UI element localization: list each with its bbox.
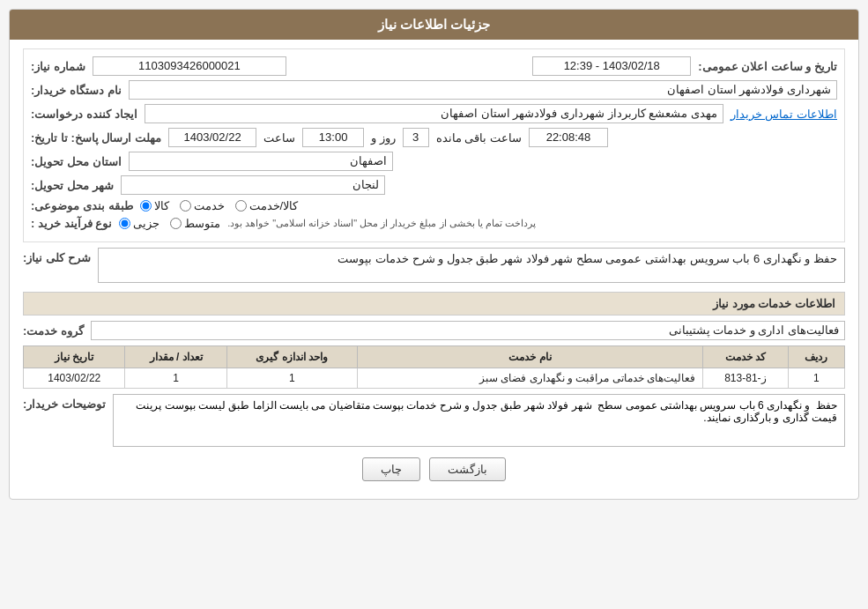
main-card: جزئیات اطلاعات نیاز تاریخ و ساعت اعلان ع… [9,9,859,500]
process-radio-group: متوسط جزیی [119,217,220,230]
row-city: لنجان شهر محل تحویل: [31,175,837,195]
row-deadline: 22:08:48 ساعت باقی مانده 3 روز و 13:00 س… [31,128,837,147]
creator-value: مهدی مشعشع کاربرداز شهرداری فولادشهر است… [145,104,723,123]
province-value: اصفهان [129,152,393,171]
row-service-group: فعالیت‌های اداری و خدمات پشتیبانی گروه خ… [23,321,845,340]
cell-qty: 1 [125,368,226,389]
col-row: ردیف [788,346,844,368]
dateAnnounce-label: تاریخ و ساعت اعلان عمومی: [698,60,837,73]
buyer-desc-label: توضیحات خریدار: [23,397,106,411]
category-label-3: کالا/خدمت [249,199,299,212]
deadline-date-value: 1403/02/22 [168,128,256,147]
cell-row: 1 [788,368,844,389]
process-type-label: نوع فرآیند خرید : [31,217,112,230]
deadline-days-value: 3 [403,128,429,147]
need-number-label: شماره نیاز: [31,60,85,73]
print-button[interactable]: چاپ [362,457,420,481]
table-header: ردیف کد خدمت نام خدمت واحد اندازه گیری ت… [24,346,845,368]
table-body: 1 ز-81-813 فعالیت‌های خدماتی مراقبت و نگ… [24,368,845,389]
service-info-section-title: اطلاعات خدمات مورد نیاز [23,292,845,316]
category-label-2: خدمت [194,199,225,212]
row-general-desc: حفظ و نگهداری 6 باب سرویس بهداشتی عمومی … [23,248,845,283]
row-process-type: پرداخت تمام یا بخشی از مبلغ خریدار از مح… [31,217,837,230]
service-group-value: فعالیت‌های اداری و خدمات پشتیبانی [91,321,845,340]
province-label: استان محل تحویل: [31,155,122,168]
deadline-label: مهلت ارسال پاسخ: تا تاریخ: [31,131,161,145]
table-row: 1 ز-81-813 فعالیت‌های خدماتی مراقبت و نگ… [24,368,845,389]
cell-unit: 1 [226,368,357,389]
cell-name: فعالیت‌های خدماتی مراقبت و نگهداری فضای … [357,368,703,389]
col-qty: تعداد / مقدار [125,346,226,368]
card-body: تاریخ و ساعت اعلان عمومی: 1403/02/18 - 1… [10,40,858,499]
top-info-section: تاریخ و ساعت اعلان عمومی: 1403/02/18 - 1… [23,48,845,242]
back-button[interactable]: بازگشت [429,457,506,481]
page-wrapper: جزئیات اطلاعات نیاز تاریخ و ساعت اعلان ع… [0,0,868,609]
deadline-time-label: ساعت [263,131,295,145]
buyer-name-value: شهرداری فولادشهر استان اصفهان [129,80,837,100]
row-category: کالا/خدمت خدمت کالا طبقه بندی موضوعی: [31,199,837,212]
buyer-desc-textarea[interactable]: حفظ و نگهداری 6 باب سرویس بهداشتی عمومی … [113,394,845,447]
general-desc-value: حفظ و نگهداری 6 باب سرویس بهداشتی عمومی … [98,248,845,283]
deadline-days-label: روز و [371,131,396,145]
category-radio-group: کالا/خدمت خدمت کالا [140,199,299,212]
process-option-2[interactable]: متوسط [170,217,220,230]
process-label-1: جزیی [133,217,160,230]
general-desc-label: شرح کلی نیاز: [23,251,91,264]
dateAnnounce-value: 1403/02/18 - 12:39 [532,56,691,76]
city-value: لنجان [121,175,385,195]
need-number-value: 1103093426000021 [93,56,286,76]
row-buyer-name: شهرداری فولادشهر استان اصفهان نام دستگاه… [31,80,837,100]
process-option-1[interactable]: جزیی [119,217,160,230]
deadline-remaining-label: ساعت باقی مانده [436,131,522,145]
category-label: طبقه بندی موضوعی: [31,199,133,212]
creator-contact-link[interactable]: اطلاعات تماس خریدار [731,108,837,121]
services-table: ردیف کد خدمت نام خدمت واحد اندازه گیری ت… [23,345,845,389]
cell-date: 1403/02/22 [24,368,125,389]
button-row: بازگشت چاپ [23,457,845,490]
col-code: کد خدمت [703,346,788,368]
category-option-1[interactable]: کالا [140,199,169,212]
deadline-remaining-value: 22:08:48 [529,128,608,147]
row-creator: اطلاعات تماس خریدار مهدی مشعشع کاربرداز … [31,104,837,123]
buyer-name-label: نام دستگاه خریدار: [31,84,122,97]
service-group-label: گروه خدمت: [23,324,84,338]
card-header: جزئیات اطلاعات نیاز [10,10,858,40]
page-title: جزئیات اطلاعات نیاز [378,17,490,32]
col-unit: واحد اندازه گیری [226,346,357,368]
col-date: تاریخ نیاز [24,346,125,368]
col-name: نام خدمت [357,346,703,368]
city-label: شهر محل تحویل: [31,179,114,192]
creator-label: ایجاد کننده درخواست: [31,108,137,121]
row-buyer-desc: حفظ و نگهداری 6 باب سرویس بهداشتی عمومی … [23,394,845,447]
process-label-2: متوسط [184,217,220,230]
category-option-2[interactable]: خدمت [180,199,225,212]
row-province: اصفهان استان محل تحویل: [31,152,837,171]
cell-code: ز-81-813 [703,368,788,389]
category-label-1: کالا [154,199,169,212]
row-need-number: تاریخ و ساعت اعلان عمومی: 1403/02/18 - 1… [31,56,837,76]
process-type-note: پرداخت تمام یا بخشی از مبلغ خریدار از مح… [227,218,536,229]
deadline-time-value: 13:00 [302,128,364,147]
category-option-3[interactable]: کالا/خدمت [235,199,299,212]
